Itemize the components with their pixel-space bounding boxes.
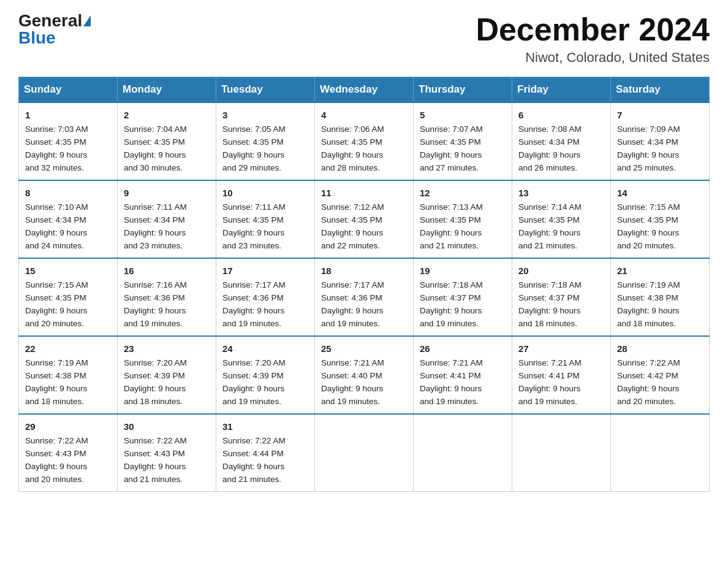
day-info: Sunrise: 7:16 AMSunset: 4:36 PMDaylight:… [124, 280, 187, 328]
day-info: Sunrise: 7:03 AMSunset: 4:35 PMDaylight:… [25, 124, 88, 172]
day-info: Sunrise: 7:13 AMSunset: 4:35 PMDaylight:… [420, 202, 483, 250]
day-number: 28 [617, 342, 703, 356]
day-number: 23 [124, 342, 210, 356]
day-number: 21 [617, 264, 703, 278]
weekday-header-tuesday: Tuesday [216, 77, 315, 103]
day-number: 6 [518, 108, 604, 122]
day-number: 27 [518, 342, 604, 356]
logo-triangle-icon [83, 15, 91, 26]
weekday-header-wednesday: Wednesday [315, 77, 414, 103]
day-info: Sunrise: 7:10 AMSunset: 4:34 PMDaylight:… [25, 202, 88, 250]
calendar-day-30: 30Sunrise: 7:22 AMSunset: 4:43 PMDayligh… [118, 414, 216, 491]
month-title: December 2024 [476, 12, 710, 47]
day-info: Sunrise: 7:11 AMSunset: 4:35 PMDaylight:… [222, 202, 286, 250]
calendar-empty-cell [315, 414, 414, 491]
day-info: Sunrise: 7:17 AMSunset: 4:36 PMDaylight:… [321, 280, 384, 328]
calendar-day-8: 8Sunrise: 7:10 AMSunset: 4:34 PMDaylight… [19, 180, 118, 258]
weekday-header-sunday: Sunday [19, 77, 118, 103]
title-block: December 2024 Niwot, Colorado, United St… [476, 12, 710, 66]
day-info: Sunrise: 7:09 AMSunset: 4:34 PMDaylight:… [617, 124, 680, 172]
day-number: 4 [321, 108, 407, 122]
calendar-day-1: 1Sunrise: 7:03 AMSunset: 4:35 PMDaylight… [19, 102, 118, 180]
weekday-header-monday: Monday [118, 77, 216, 103]
day-info: Sunrise: 7:21 AMSunset: 4:40 PMDaylight:… [321, 358, 384, 406]
day-info: Sunrise: 7:12 AMSunset: 4:35 PMDaylight:… [321, 202, 384, 250]
calendar-week-1: 1Sunrise: 7:03 AMSunset: 4:35 PMDaylight… [19, 102, 710, 180]
calendar-day-14: 14Sunrise: 7:15 AMSunset: 4:35 PMDayligh… [611, 180, 710, 258]
calendar-day-22: 22Sunrise: 7:19 AMSunset: 4:38 PMDayligh… [19, 336, 118, 414]
calendar-day-20: 20Sunrise: 7:18 AMSunset: 4:37 PMDayligh… [512, 258, 611, 336]
day-number: 26 [420, 342, 506, 356]
calendar-day-19: 19Sunrise: 7:18 AMSunset: 4:37 PMDayligh… [414, 258, 512, 336]
calendar-day-26: 26Sunrise: 7:21 AMSunset: 4:41 PMDayligh… [414, 336, 512, 414]
day-number: 5 [420, 108, 506, 122]
day-number: 1 [25, 108, 111, 122]
calendar-day-9: 9Sunrise: 7:11 AMSunset: 4:34 PMDaylight… [118, 180, 216, 258]
day-info: Sunrise: 7:08 AMSunset: 4:34 PMDaylight:… [518, 124, 582, 172]
location: Niwot, Colorado, United States [476, 50, 710, 66]
calendar-header-row: SundayMondayTuesdayWednesdayThursdayFrid… [19, 77, 710, 103]
calendar-day-13: 13Sunrise: 7:14 AMSunset: 4:35 PMDayligh… [512, 180, 611, 258]
weekday-header-thursday: Thursday [414, 77, 512, 103]
weekday-header-saturday: Saturday [611, 77, 710, 103]
calendar-empty-cell [611, 414, 710, 491]
day-info: Sunrise: 7:07 AMSunset: 4:35 PMDaylight:… [420, 124, 483, 172]
day-number: 9 [124, 186, 210, 200]
day-number: 29 [25, 419, 111, 434]
calendar-week-2: 8Sunrise: 7:10 AMSunset: 4:34 PMDaylight… [19, 180, 710, 258]
day-number: 15 [25, 264, 111, 278]
day-info: Sunrise: 7:21 AMSunset: 4:41 PMDaylight:… [420, 358, 483, 406]
calendar-empty-cell [414, 414, 512, 491]
day-info: Sunrise: 7:18 AMSunset: 4:37 PMDaylight:… [420, 280, 483, 328]
day-info: Sunrise: 7:15 AMSunset: 4:35 PMDaylight:… [25, 280, 88, 328]
calendar-day-28: 28Sunrise: 7:22 AMSunset: 4:42 PMDayligh… [611, 336, 710, 414]
calendar-day-2: 2Sunrise: 7:04 AMSunset: 4:35 PMDaylight… [118, 102, 216, 180]
calendar-day-29: 29Sunrise: 7:22 AMSunset: 4:43 PMDayligh… [19, 414, 118, 491]
logo-general-text: General [18, 12, 91, 29]
day-info: Sunrise: 7:20 AMSunset: 4:39 PMDaylight:… [124, 358, 187, 406]
calendar-day-6: 6Sunrise: 7:08 AMSunset: 4:34 PMDaylight… [512, 102, 611, 180]
calendar-table: SundayMondayTuesdayWednesdayThursdayFrid… [18, 77, 710, 492]
day-number: 18 [321, 264, 407, 278]
day-number: 24 [222, 342, 308, 356]
calendar-day-12: 12Sunrise: 7:13 AMSunset: 4:35 PMDayligh… [414, 180, 512, 258]
day-info: Sunrise: 7:22 AMSunset: 4:42 PMDaylight:… [617, 358, 680, 406]
day-number: 12 [420, 186, 506, 200]
calendar-day-31: 31Sunrise: 7:22 AMSunset: 4:44 PMDayligh… [216, 414, 315, 491]
day-number: 8 [25, 186, 111, 200]
calendar-day-23: 23Sunrise: 7:20 AMSunset: 4:39 PMDayligh… [118, 336, 216, 414]
day-info: Sunrise: 7:18 AMSunset: 4:37 PMDaylight:… [518, 280, 582, 328]
calendar-day-16: 16Sunrise: 7:16 AMSunset: 4:36 PMDayligh… [118, 258, 216, 336]
day-info: Sunrise: 7:22 AMSunset: 4:43 PMDaylight:… [25, 436, 88, 484]
day-info: Sunrise: 7:19 AMSunset: 4:38 PMDaylight:… [617, 280, 680, 328]
day-number: 11 [321, 186, 407, 200]
day-number: 22 [25, 342, 111, 356]
day-info: Sunrise: 7:21 AMSunset: 4:41 PMDaylight:… [518, 358, 582, 406]
day-number: 2 [124, 108, 210, 122]
day-number: 25 [321, 342, 407, 356]
day-number: 19 [420, 264, 506, 278]
weekday-header-friday: Friday [512, 77, 611, 103]
calendar-day-15: 15Sunrise: 7:15 AMSunset: 4:35 PMDayligh… [19, 258, 118, 336]
calendar-day-24: 24Sunrise: 7:20 AMSunset: 4:39 PMDayligh… [216, 336, 315, 414]
calendar-day-4: 4Sunrise: 7:06 AMSunset: 4:35 PMDaylight… [315, 102, 414, 180]
calendar-week-3: 15Sunrise: 7:15 AMSunset: 4:35 PMDayligh… [19, 258, 710, 336]
day-number: 13 [518, 186, 604, 200]
page-header: General Blue December 2024 Niwot, Colora… [18, 12, 710, 66]
day-info: Sunrise: 7:17 AMSunset: 4:36 PMDaylight:… [222, 280, 286, 328]
day-number: 31 [222, 419, 308, 434]
day-number: 17 [222, 264, 308, 278]
calendar-day-25: 25Sunrise: 7:21 AMSunset: 4:40 PMDayligh… [315, 336, 414, 414]
day-number: 10 [222, 186, 308, 200]
calendar-day-10: 10Sunrise: 7:11 AMSunset: 4:35 PMDayligh… [216, 180, 315, 258]
day-info: Sunrise: 7:22 AMSunset: 4:44 PMDaylight:… [222, 436, 286, 484]
day-info: Sunrise: 7:19 AMSunset: 4:38 PMDaylight:… [25, 358, 88, 406]
day-info: Sunrise: 7:05 AMSunset: 4:35 PMDaylight:… [222, 124, 286, 172]
day-number: 20 [518, 264, 604, 278]
day-number: 30 [124, 419, 210, 434]
calendar-day-5: 5Sunrise: 7:07 AMSunset: 4:35 PMDaylight… [414, 102, 512, 180]
logo: General Blue [18, 12, 91, 47]
day-info: Sunrise: 7:11 AMSunset: 4:34 PMDaylight:… [124, 202, 187, 250]
calendar-empty-cell [512, 414, 611, 491]
day-info: Sunrise: 7:04 AMSunset: 4:35 PMDaylight:… [124, 124, 187, 172]
